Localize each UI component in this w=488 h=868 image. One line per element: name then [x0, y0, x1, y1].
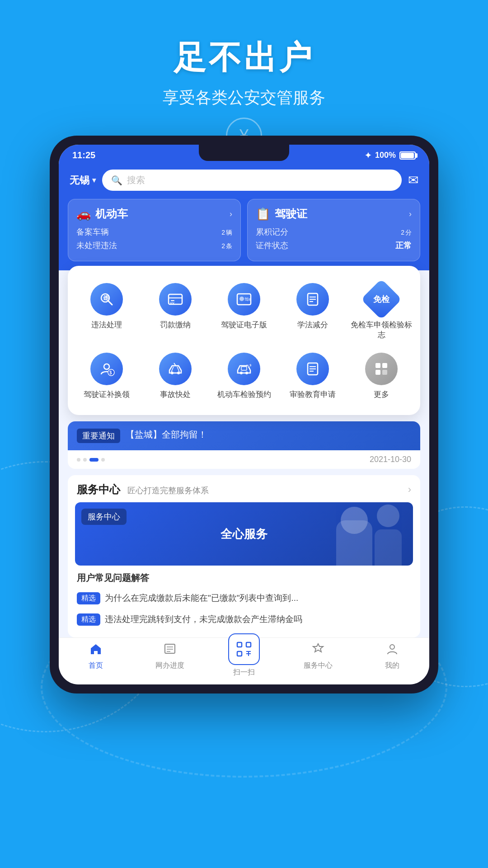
svg-rect-39 [246, 642, 251, 647]
vehicle-row2-label: 未处理违法 [76, 240, 117, 251]
city-name: 无锡 [70, 174, 89, 187]
service-label-accident: 事故快处 [160, 390, 191, 400]
main-title: 足不出户 [0, 36, 488, 80]
nav-label-home: 首页 [89, 661, 103, 670]
service-center-arrow[interactable]: › [408, 484, 411, 495]
service-fine[interactable]: ¥¥ 罚款缴纳 [141, 277, 210, 346]
sc-banner-label: 全心服务 [221, 526, 267, 542]
service-icon-illegal: 违 [90, 283, 123, 316]
nav-icon-mine [386, 642, 399, 658]
service-icon-elicense: 驾e [228, 283, 260, 316]
status-time: 11:25 [72, 150, 95, 160]
service-label-more: 更多 [374, 390, 389, 400]
dot-3-active [89, 458, 99, 462]
chevron-down-icon: ▾ [92, 176, 96, 184]
service-center-title: 服务中心 [77, 483, 120, 495]
nav-label-progress: 网办进度 [155, 661, 184, 670]
nav-label-mine: 我的 [385, 661, 399, 670]
header-area: 足不出户 享受各类公安交管服务 [0, 0, 488, 109]
svg-rect-32 [375, 370, 380, 375]
service-more[interactable]: 更多 [347, 346, 416, 406]
service-icon-review [296, 353, 329, 385]
faq-item-1[interactable]: 精选 为什么在完成缴款后未能在"已缴款"列表中查询到... [68, 588, 420, 609]
svg-rect-33 [382, 370, 387, 375]
scan-button[interactable] [228, 633, 260, 665]
svg-rect-40 [237, 651, 242, 656]
service-accident[interactable]: 事故快处 [141, 346, 210, 406]
svg-rect-23 [241, 367, 247, 370]
svg-point-15 [104, 364, 109, 369]
svg-rect-30 [375, 363, 380, 368]
nav-icon-progress [164, 642, 176, 658]
search-icon: 🔍 [111, 175, 122, 186]
service-icon-exemption: 免检 [365, 283, 398, 316]
nav-icon-service [312, 642, 324, 658]
app-header: 无锡 ▾ 🔍 搜索 ✉ [59, 164, 429, 199]
notification-footer: 2021-10-30 [68, 450, 420, 469]
phone-screen: 11:25 ✦ 100% 无锡 ▾ 🔍 搜索 [59, 145, 429, 684]
status-right: ✦ 100% [365, 151, 416, 160]
service-studyreduce[interactable]: 学法减分 [278, 277, 347, 346]
nav-item-home[interactable]: 首页 [59, 642, 133, 677]
city-selector[interactable]: 无锡 ▾ [70, 174, 96, 187]
faq-text-2: 违法处理完跳转到支付，未完成缴款会产生滞纳金吗 [105, 613, 302, 626]
sc-banner-tag: 服务中心 [81, 509, 127, 525]
license-row1-value: 2分 [400, 227, 412, 237]
svg-text:违: 违 [103, 295, 109, 301]
svg-point-21 [240, 372, 243, 374]
info-cards: 🚗 机动车 › 备案车辆 2辆 未处理违法 2条 [59, 199, 429, 270]
svg-text:驾e: 驾e [244, 297, 251, 302]
service-review[interactable]: 审验教育申请 [278, 346, 347, 406]
svg-point-22 [245, 372, 248, 374]
search-placeholder: 搜索 [127, 174, 145, 186]
service-icon-accident [159, 353, 192, 385]
phone-mockup-wrapper: 11:25 ✦ 100% 无锡 ▾ 🔍 搜索 [50, 136, 438, 693]
faq-item-2[interactable]: 精选 违法处理完跳转到支付，未完成缴款会产生滞纳金吗 [68, 609, 420, 630]
faq-tag-1: 精选 [77, 592, 100, 604]
bottom-nav: 首页 网办进度 扫一扫 [59, 637, 429, 684]
svg-text:¥¥: ¥¥ [169, 301, 175, 306]
license-icon: 📋 [256, 207, 270, 221]
phone-mockup: 11:25 ✦ 100% 无锡 ▾ 🔍 搜索 [50, 136, 438, 693]
service-label-review: 审验教育申请 [290, 390, 336, 400]
service-label-exemption: 免检车申领检验标志 [350, 320, 413, 340]
faq-text-1: 为什么在完成缴款后未能在"已缴款"列表中查询到... [105, 592, 298, 604]
service-inspection[interactable]: 预 机动车检验预约 [210, 346, 278, 406]
service-label-elicense: 驾驶证电子版 [221, 320, 267, 330]
dot-4 [101, 458, 105, 462]
notifications-section: 重要通知 【盐城】全部拘留！ 2021-10-30 [68, 421, 420, 469]
service-icon-more [365, 353, 398, 385]
service-center-header: 服务中心 匠心打造完整服务体系 › [68, 475, 420, 502]
nav-item-scan[interactable]: 扫一扫 [207, 633, 281, 677]
nav-item-service[interactable]: 服务中心 [281, 642, 355, 677]
license-row2-value: 正常 [395, 240, 412, 251]
vehicle-card[interactable]: 🚗 机动车 › 备案车辆 2辆 未处理违法 2条 [68, 199, 241, 261]
service-elicense[interactable]: 驾e 驾驶证电子版 [210, 277, 278, 346]
service-label-reissue: 驾驶证补换领 [84, 390, 130, 400]
services-card: 违 违法处理 ¥¥ 罚款缴纳 驾e 驾驶证电子版 [68, 266, 420, 415]
phone-notch [199, 145, 289, 161]
service-center-section: 服务中心 匠心打造完整服务体系 › 服务中心 全心服务 [68, 475, 420, 637]
service-label-illegal: 违法处理 [91, 320, 122, 330]
vehicle-title: 机动车 [95, 207, 128, 221]
vehicle-row1-value: 2辆 [221, 227, 232, 237]
mail-icon[interactable]: ✉ [408, 173, 418, 188]
service-reissue[interactable]: $ 驾驶证补换领 [72, 346, 141, 406]
service-icon-inspection: 预 [228, 353, 260, 385]
service-label-studyreduce: 学法减分 [297, 320, 328, 330]
service-illegal[interactable]: 违 违法处理 [72, 277, 141, 346]
sc-person-decoration [323, 502, 404, 566]
notification-banner[interactable]: 重要通知 【盐城】全部拘留！ [68, 421, 420, 450]
nav-item-mine[interactable]: 我的 [355, 642, 429, 677]
svg-point-44 [390, 645, 394, 649]
search-bar[interactable]: 🔍 搜索 [102, 170, 402, 191]
nav-item-progress[interactable]: 网办进度 [133, 642, 207, 677]
license-card[interactable]: 📋 驾驶证 › 累积记分 2分 证件状态 正常 [247, 199, 420, 261]
vehicle-icon: 🚗 [76, 207, 91, 221]
service-icon-studyreduce [296, 283, 329, 316]
service-icon-fine: ¥¥ [159, 283, 192, 316]
license-row1-label: 累积记分 [256, 226, 288, 237]
svg-rect-31 [382, 363, 387, 368]
service-center-banner[interactable]: 服务中心 全心服务 [75, 502, 413, 566]
service-exemption[interactable]: 免检 免检车申领检验标志 [347, 277, 416, 346]
